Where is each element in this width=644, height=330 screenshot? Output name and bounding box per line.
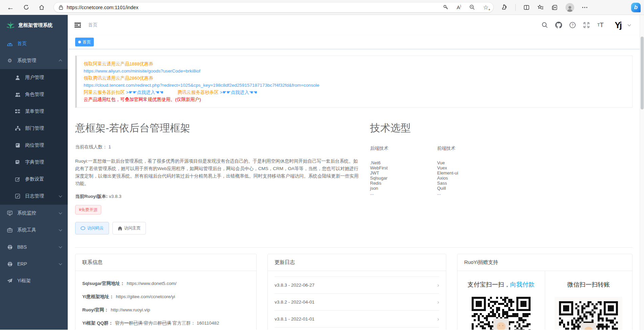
page-scrollbar[interactable] bbox=[640, 15, 644, 330]
chevron-down-icon bbox=[59, 245, 62, 248]
sidebar-item-role-mgmt[interactable]: 角色管理 bbox=[0, 86, 68, 103]
chevron-right-icon: › bbox=[437, 299, 439, 306]
browser-back-button[interactable]: ← bbox=[5, 2, 16, 13]
changelog-row[interactable]: v3.8.3 - 2022-06-27› bbox=[275, 277, 439, 294]
read-aloud-icon[interactable]: A) bbox=[457, 4, 461, 10]
tech-item: Redis bbox=[370, 181, 437, 186]
sidebar-item-yi-framework[interactable]: Yi框架 bbox=[0, 272, 68, 289]
cloud-icon bbox=[81, 226, 85, 230]
aliyun-discount-link[interactable]: >☛☛点我进入☚☚ bbox=[126, 90, 163, 95]
contact-row: Sqlsugar官网地址：https://www.donet5.com/ bbox=[82, 280, 250, 287]
zoom-out-icon[interactable] bbox=[469, 4, 475, 10]
browser-home-button[interactable] bbox=[36, 2, 47, 13]
notice-line-6: 云产品通用红包，可叠加官网常规优惠使用。(仅限新用户) bbox=[84, 97, 201, 102]
favorites-hub-icon[interactable] bbox=[537, 4, 544, 11]
help-icon[interactable]: ? bbox=[568, 21, 577, 29]
user-avatar[interactable]: Yj bbox=[615, 20, 621, 30]
profile-avatar[interactable] bbox=[565, 3, 574, 12]
home-icon bbox=[39, 4, 45, 11]
frontend-tech-column: 前端技术 Vue Vuex Element-ui Axios Sass Quil… bbox=[437, 145, 504, 196]
sidebar-item-label: 部门管理 bbox=[25, 125, 44, 131]
menu-tree-icon bbox=[15, 109, 20, 114]
extensions-icon[interactable] bbox=[501, 4, 508, 11]
online-count: 当前在线人数： 1 bbox=[75, 144, 361, 150]
tech-item: Vue bbox=[437, 160, 504, 165]
sidebar-item-system-monitor[interactable]: 系统监控 bbox=[0, 205, 68, 222]
refresh-icon bbox=[23, 4, 29, 10]
sidebar-item-user-mgmt[interactable]: 用户管理 bbox=[0, 69, 68, 86]
more-menu-icon[interactable] bbox=[582, 7, 587, 8]
visit-gitee-button[interactable]: 访问码云 bbox=[75, 222, 109, 234]
github-icon[interactable] bbox=[554, 21, 563, 29]
sidebar-item-param-settings[interactable]: 参数设置 bbox=[0, 171, 68, 188]
sidebar-item-log-mgmt[interactable]: 日志管理 bbox=[0, 188, 68, 205]
globe-icon bbox=[7, 261, 13, 267]
sidebar-item-label: 系统监控 bbox=[17, 210, 36, 216]
log-icon bbox=[15, 193, 20, 199]
frontend-title: 前端技术 bbox=[437, 145, 504, 151]
aliyun-coupon-link[interactable]: https://www.aliyun.com/minisite/goods?us… bbox=[84, 68, 200, 74]
contact-row: Ruoyi官网：http://www.ruoyi.vip bbox=[82, 307, 250, 313]
sidebar-item-system-tools[interactable]: 系统工具 bbox=[0, 222, 68, 239]
gear-icon: ⚙ bbox=[7, 58, 13, 63]
sidebar-item-label: 首页 bbox=[17, 41, 27, 47]
sidebar-item-bbs[interactable]: BBS bbox=[0, 239, 68, 255]
sidebar-collapse-icon[interactable] bbox=[73, 21, 82, 29]
sidebar-item-label: 日志管理 bbox=[25, 193, 44, 199]
sidebar-item-menu-mgmt[interactable]: 菜单管理 bbox=[0, 103, 68, 120]
alipay-column: 支付宝扫一扫，向我付款 bbox=[457, 271, 545, 330]
backend-title: 后端技术 bbox=[370, 145, 437, 151]
tech-item: Quill bbox=[437, 186, 504, 191]
changelog-row[interactable]: v3.8.0 - 2021-12-01› bbox=[275, 328, 439, 330]
copilot-icon[interactable]: b bbox=[631, 3, 641, 12]
visit-homepage-button[interactable]: 访问主页 bbox=[112, 222, 146, 234]
password-key-icon[interactable] bbox=[443, 4, 449, 10]
tech-item: ... bbox=[437, 191, 504, 196]
svg-text:?: ? bbox=[572, 23, 574, 27]
tencent-seckill-label: 腾讯云服务器秒杀区 bbox=[177, 90, 219, 95]
tab-home[interactable]: 首页 bbox=[75, 38, 94, 46]
tech-item: Axios bbox=[437, 176, 504, 181]
contact-card-title: 联系信息 bbox=[76, 254, 256, 271]
changelog-row[interactable]: v3.8.1 - 2022-01-01› bbox=[275, 311, 439, 328]
tech-item: Sass bbox=[437, 181, 504, 186]
sidebar-item-dept-mgmt[interactable]: 部门管理 bbox=[0, 120, 68, 137]
font-size-icon[interactable]: TT bbox=[596, 21, 605, 29]
notice-panel: 领取阿里云通用云产品1888优惠券 https://www.aliyun.com… bbox=[75, 56, 632, 108]
dashboard-icon bbox=[7, 41, 13, 46]
user-icon bbox=[15, 75, 20, 80]
collections-icon[interactable] bbox=[552, 4, 558, 11]
sidebar-item-post-mgmt[interactable]: 岗位管理 bbox=[0, 137, 68, 154]
tech-item: Sqlsugar bbox=[370, 176, 437, 181]
tech-item: Vuex bbox=[437, 165, 504, 170]
lock-icon bbox=[59, 5, 63, 10]
address-bar[interactable]: https://ccnetcore.com:1101/index A) ☆+ bbox=[53, 2, 494, 13]
chevron-up-icon bbox=[59, 59, 62, 63]
url-text[interactable]: https://ccnetcore.com:1101/index bbox=[67, 5, 443, 10]
scrollbar-thumb[interactable] bbox=[641, 37, 644, 109]
app-title: 意框架管理系统 bbox=[18, 22, 53, 28]
tencent-seckill-link[interactable]: >☛☛点我进入☚☚ bbox=[220, 90, 257, 95]
wechat-qr-code bbox=[559, 301, 618, 330]
split-screen-icon[interactable] bbox=[523, 4, 530, 11]
search-icon[interactable] bbox=[540, 21, 549, 29]
browser-refresh-button[interactable] bbox=[20, 2, 32, 13]
avatar-caret-icon[interactable] bbox=[628, 23, 631, 26]
fullscreen-icon[interactable] bbox=[582, 21, 591, 29]
top-navbar: 首页 ? TT Yj bbox=[68, 15, 644, 35]
changelog-card-title: 更新日志 bbox=[268, 254, 446, 271]
sidebar-item-home[interactable]: 首页 bbox=[0, 35, 68, 52]
donate-card-title: RuoYi捐赠支持 bbox=[457, 254, 632, 271]
sidebar-item-system-mgmt[interactable]: ⚙ 系统管理 bbox=[0, 52, 68, 69]
sidebar-item-label: 系统工具 bbox=[17, 227, 36, 233]
sidebar-item-erp[interactable]: ERP bbox=[0, 255, 68, 272]
alipay-pay-link[interactable]: 向我付款 bbox=[510, 281, 535, 288]
favorite-star-icon[interactable]: ☆+ bbox=[483, 4, 489, 11]
breadcrumb[interactable]: 首页 bbox=[88, 22, 98, 28]
changelog-row[interactable]: v3.8.2 - 2022-04-01› bbox=[275, 294, 439, 311]
sidebar-item-label: 参数设置 bbox=[25, 176, 44, 182]
tencent-coupon-link[interactable]: https://cloud.tencent.com/redirect.php?r… bbox=[84, 83, 319, 88]
sidebar-item-dict-mgmt[interactable]: 字典管理 bbox=[0, 154, 68, 171]
sidebar-item-label: 岗位管理 bbox=[25, 142, 44, 148]
tech-item: .Net6 bbox=[370, 160, 437, 165]
